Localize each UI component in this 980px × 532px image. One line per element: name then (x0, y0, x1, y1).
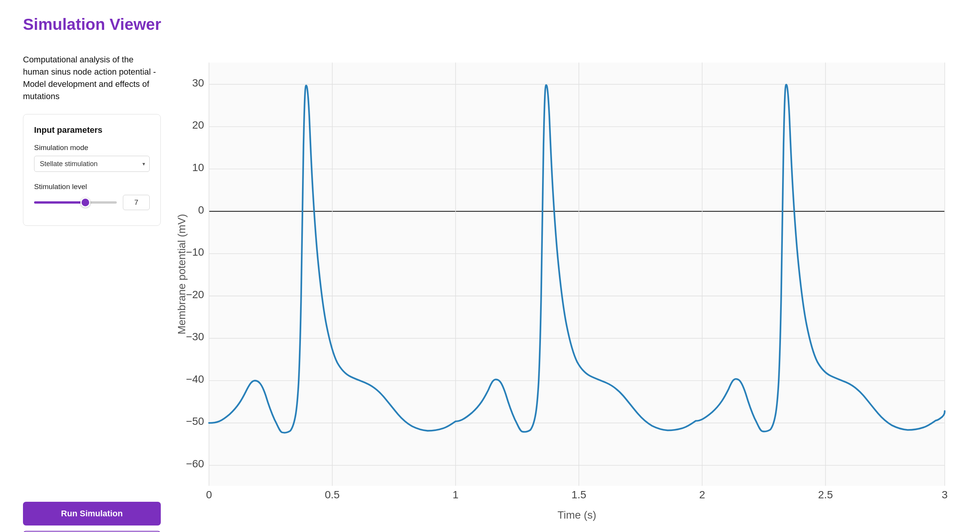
x-axis-title: Time (s) (557, 509, 596, 521)
model-description: Computational analysis of the human sinu… (23, 54, 161, 103)
x-label-3: 3 (942, 489, 948, 501)
slider-track (34, 201, 117, 204)
y-label--10: −10 (186, 246, 204, 258)
x-label-2.5: 2.5 (818, 489, 833, 501)
x-label-1.5: 1.5 (572, 489, 586, 501)
params-box: Input parameters Simulation mode Stellat… (23, 114, 161, 226)
chart-wrapper: 30 20 10 0 −10 −20 −30 −40 −50 −60 0 0.5… (176, 54, 957, 528)
x-label-1: 1 (452, 489, 459, 501)
y-label--60: −60 (186, 458, 204, 470)
stim-level-label: Stimulation level (34, 183, 150, 191)
chart-svg: 30 20 10 0 −10 −20 −30 −40 −50 −60 0 0.5… (176, 54, 957, 528)
bottom-buttons: Run Simulation View Dataset (23, 502, 161, 532)
y-label--20: −20 (186, 289, 204, 300)
sim-mode-select-wrapper: Stellate stimulation Vagal stimulation N… (34, 156, 150, 172)
slider-thumb[interactable] (80, 197, 90, 207)
chart-panel: 30 20 10 0 −10 −20 −30 −40 −50 −60 0 0.5… (176, 54, 957, 532)
x-label-0.5: 0.5 (325, 489, 340, 501)
params-heading: Input parameters (34, 125, 150, 135)
y-label-20: 20 (192, 119, 204, 131)
sim-mode-select[interactable]: Stellate stimulation Vagal stimulation N… (34, 156, 150, 172)
y-label-0: 0 (198, 204, 204, 216)
y-label--40: −40 (186, 373, 204, 385)
y-label-10: 10 (192, 162, 204, 173)
x-label-2: 2 (699, 489, 706, 501)
page-title: Simulation Viewer (23, 15, 957, 34)
left-panel: Computational analysis of the human sinu… (23, 54, 161, 532)
run-simulation-button[interactable]: Run Simulation (23, 502, 161, 525)
y-axis-title: Membrane potential (mV) (176, 214, 188, 335)
stim-level-input[interactable] (123, 195, 150, 210)
y-label-30: 30 (192, 77, 204, 89)
y-label--50: −50 (186, 415, 204, 427)
sim-mode-label: Simulation mode (34, 144, 150, 152)
x-label-0: 0 (206, 489, 212, 501)
stim-level-row (34, 195, 150, 210)
stimulation-slider[interactable] (34, 198, 117, 207)
y-label--30: −30 (186, 331, 204, 343)
